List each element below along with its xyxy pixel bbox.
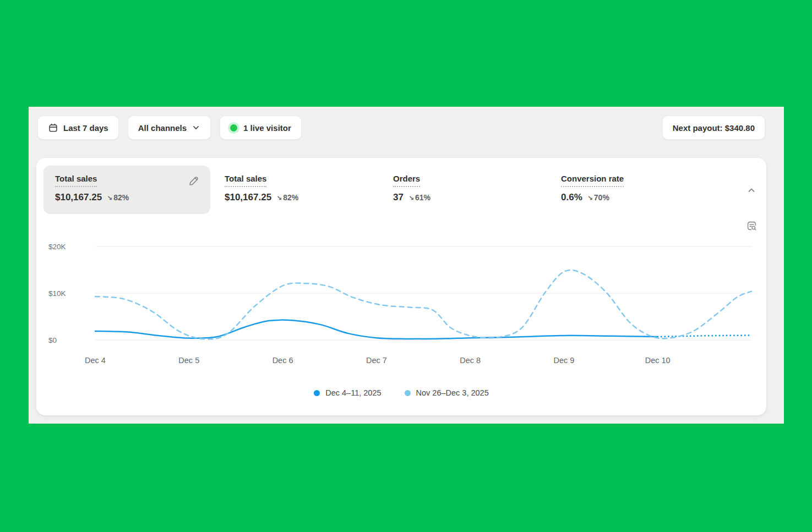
metric-delta-value: 61% — [415, 193, 430, 202]
svg-text:Dec 9: Dec 9 — [553, 356, 574, 365]
metric-delta: ↘ 82% — [107, 193, 129, 202]
metric-value: 37 — [393, 192, 404, 203]
edit-metric-button[interactable] — [186, 173, 201, 189]
explore-data-button[interactable] — [743, 217, 760, 234]
analytics-panel: Last 7 days All channels 1 live visitor … — [29, 107, 784, 424]
metric-delta: ↘ 70% — [587, 193, 609, 202]
metric-orders[interactable]: Orders 37 ↘ 61% — [393, 174, 430, 203]
metric-delta-value: 70% — [594, 193, 609, 202]
svg-text:$0: $0 — [48, 336, 57, 344]
date-range-label: Last 7 days — [63, 123, 108, 133]
legend-label: Nov 26–Dec 3, 2025 — [416, 388, 489, 397]
svg-text:$20K: $20K — [48, 243, 66, 251]
svg-text:Dec 6: Dec 6 — [273, 356, 293, 365]
chart-legend: Dec 4–11, 2025 Nov 26–Dec 3, 2025 — [36, 388, 766, 397]
metric-conversion-rate[interactable]: Conversion rate 0.6% ↘ 70% — [561, 174, 624, 203]
legend-item-previous: Nov 26–Dec 3, 2025 — [405, 388, 489, 397]
trend-down-icon: ↘ — [107, 194, 112, 202]
metric-delta: ↘ 82% — [276, 193, 298, 202]
chevron-down-icon — [192, 123, 200, 132]
metric-delta: ↘ 61% — [408, 193, 430, 202]
next-payout-button[interactable]: Next payout: $340.80 — [662, 116, 765, 140]
svg-text:Dec 7: Dec 7 — [366, 356, 387, 365]
legend-dot — [405, 390, 411, 396]
metric-label: Orders — [393, 174, 420, 187]
next-payout-label: Next payout: $340.80 — [673, 123, 755, 133]
trend-down-icon: ↘ — [587, 194, 593, 202]
metric-value: 0.6% — [561, 192, 582, 203]
metric-label: Total sales — [55, 174, 97, 187]
chevron-up-icon — [746, 185, 756, 195]
trend-down-icon: ↘ — [276, 194, 282, 202]
metric-delta-value: 82% — [113, 193, 129, 202]
date-range-button[interactable]: Last 7 days — [37, 116, 119, 140]
pencil-icon — [188, 175, 200, 187]
metric-value: $10,167.25 — [55, 192, 102, 203]
trend-down-icon: ↘ — [408, 194, 414, 202]
metric-tile-total-sales[interactable]: Total sales $10,167.25 ↘ 82% — [43, 166, 210, 214]
live-visitor-dot-icon — [230, 124, 237, 131]
legend-dot — [314, 390, 320, 396]
metric-total-sales[interactable]: Total sales $10,167.25 ↘ 82% — [225, 174, 298, 203]
channels-button[interactable]: All channels — [128, 116, 211, 140]
svg-text:$10K: $10K — [48, 289, 66, 298]
calendar-icon — [48, 123, 58, 133]
live-visitors-button[interactable]: 1 live visitor — [220, 116, 302, 140]
metric-label: Total sales — [225, 174, 266, 187]
svg-text:Dec 10: Dec 10 — [645, 356, 671, 365]
channels-label: All channels — [138, 123, 187, 133]
legend-label: Dec 4–11, 2025 — [325, 388, 381, 397]
svg-text:Dec 4: Dec 4 — [85, 356, 106, 365]
chart-card: Total sales $10,167.25 ↘ 82% Total sal — [36, 158, 766, 415]
metric-label: Conversion rate — [561, 174, 624, 187]
metric-value: $10,167.25 — [225, 192, 271, 203]
toolbar: Last 7 days All channels 1 live visitor … — [29, 116, 784, 140]
collapse-chart-button[interactable] — [743, 182, 760, 199]
report-search-icon — [746, 220, 757, 232]
metric-delta-value: 82% — [283, 193, 298, 202]
legend-item-current: Dec 4–11, 2025 — [314, 388, 381, 397]
svg-text:Dec 8: Dec 8 — [460, 356, 481, 365]
svg-text:Dec 5: Dec 5 — [178, 356, 199, 365]
live-visitors-label: 1 live visitor — [243, 123, 291, 133]
